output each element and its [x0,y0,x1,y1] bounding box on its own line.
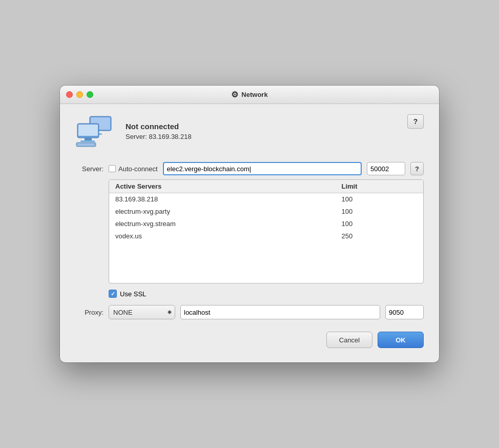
minimize-button[interactable] [76,91,83,98]
close-button[interactable] [66,91,73,98]
ssl-label: Use SSL [120,290,146,298]
limit-cell: 100 [336,206,424,218]
server-help-button[interactable]: ? [410,162,424,175]
ssl-row: Use SSL [109,290,424,298]
cancel-button[interactable]: Cancel [326,332,372,348]
traffic-lights [66,91,93,98]
table-row: vodex.us 250 [109,230,423,242]
status-text: Not connected Server: 83.169.38.218 [126,122,192,140]
servers-table: Active Servers Limit 83.169.38.218 100 e… [109,180,423,242]
network-computers-icon [75,114,116,148]
svg-rect-7 [80,140,95,142]
proxy-row: Proxy: NONESOCKS4SOCKS5HTTP [75,305,424,319]
server-label: Server: [75,165,103,173]
window-body: Not connected Server: 83.169.38.218 ? Se… [60,104,439,362]
window-title: Network [241,91,267,98]
limit-cell: 100 [336,193,424,206]
port-input[interactable] [367,162,405,175]
server-cell: vodex.us [109,230,336,242]
svg-rect-6 [85,138,92,140]
connection-status: Not connected [126,122,192,131]
network-icon-title: ⚙ [231,90,238,99]
table-row: electrum-xvg.party 100 [109,206,423,218]
autoconnect-label: Auto-connect [118,165,158,173]
server-input[interactable] [163,162,362,175]
titlebar-title: ⚙ Network [231,90,267,99]
svg-rect-9 [78,144,94,146]
server-row: Server: Auto-connect ? [75,162,424,175]
status-help-button[interactable]: ? [407,114,424,129]
server-info: Server: 83.169.38.218 [126,133,192,140]
server-cell: electrum-xvg.party [109,206,336,218]
titlebar: ⚙ Network [60,86,439,104]
svg-rect-5 [78,125,98,136]
proxy-port-input[interactable] [385,305,424,319]
ok-button[interactable]: OK [378,332,424,348]
col-header-server: Active Servers [109,180,336,193]
limit-cell: 250 [336,230,424,242]
proxy-select-wrapper: NONESOCKS4SOCKS5HTTP [109,305,175,319]
proxy-host-input[interactable] [180,305,380,319]
server-cell: 83.169.38.218 [109,193,336,206]
proxy-type-select[interactable]: NONESOCKS4SOCKS5HTTP [109,305,175,319]
autoconnect-wrapper: Auto-connect [109,165,158,173]
maximize-button[interactable] [87,91,93,98]
status-section: Not connected Server: 83.169.38.218 ? [75,114,424,148]
status-left: Not connected Server: 83.169.38.218 [75,114,192,148]
buttons-row: Cancel OK [75,332,424,348]
table-row: 83.169.38.218 100 [109,193,423,206]
col-header-limit: Limit [336,180,424,193]
servers-table-wrapper: Active Servers Limit 83.169.38.218 100 e… [109,179,424,283]
ssl-checkbox[interactable] [109,290,117,298]
table-spacer [109,242,423,283]
servers-tbody: 83.169.38.218 100 electrum-xvg.party 100… [109,193,423,242]
network-dialog: ⚙ Network [60,86,439,362]
limit-cell: 100 [336,218,424,230]
autoconnect-checkbox[interactable] [109,165,116,172]
proxy-label: Proxy: [75,309,103,316]
table-row: electrum-xvg.stream 100 [109,218,423,230]
server-cell: electrum-xvg.stream [109,218,336,230]
